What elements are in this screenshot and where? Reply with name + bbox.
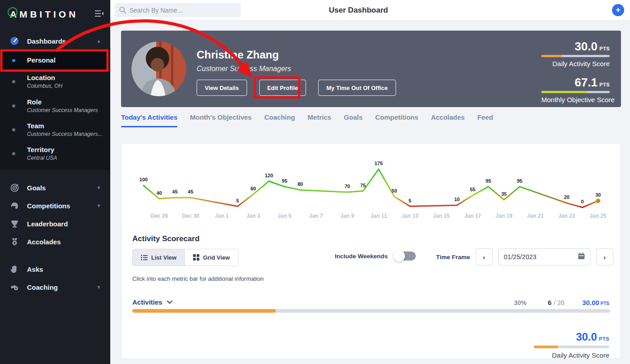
sidebar-item-competitions[interactable]: Competitions ▼ — [0, 197, 110, 214]
dashboards-submenu: Personal Location Columbus, OH Role Cust… — [0, 49, 110, 170]
scorecard-title: Activity Scorecard — [132, 234, 199, 243]
target-icon — [10, 183, 19, 192]
sidebar: AMBITION Dashboards ▲ Personal Location — [0, 0, 110, 364]
page-title: User Dashboard — [110, 0, 607, 21]
footer-score-bar — [534, 346, 609, 348]
time-frame-control: Time Frame ‹ › — [436, 248, 613, 265]
metric-activities-stats: 30% 6 / 20 30.00 PTS — [514, 299, 609, 306]
list-view-button[interactable]: List View — [133, 249, 184, 265]
svg-text:55: 55 — [470, 187, 475, 192]
svg-text:45: 45 — [172, 189, 178, 194]
svg-text:75: 75 — [360, 183, 365, 188]
tab-feed[interactable]: Feed — [477, 113, 493, 127]
daily-score-bar — [541, 55, 610, 57]
tab-coaching[interactable]: Coaching — [264, 113, 295, 127]
sidebar-item-accolades[interactable]: Accolades — [0, 233, 110, 250]
svg-text:Jan 5: Jan 5 — [278, 213, 292, 219]
dashboard-tabs: Today's Activities Month's Objectives Co… — [121, 113, 493, 127]
sidebar-item-role[interactable]: Role Customer Success Managers — [0, 98, 110, 113]
ambition-logo: AMBITION — [8, 9, 78, 20]
profile-name: Christine Zhang — [197, 49, 279, 61]
tab-accolades[interactable]: Accolades — [431, 113, 465, 127]
footer-daily-activity-score: 30.0 PTS Daily Activity Score — [534, 332, 609, 359]
include-weekends-control: Include Weekends — [335, 252, 416, 261]
date-picker[interactable] — [498, 248, 591, 265]
toggle-knob — [393, 250, 405, 262]
svg-text:5: 5 — [409, 198, 411, 203]
sidebar-item-territory[interactable]: Territory Central USA — [0, 146, 110, 161]
tab-metrics[interactable]: Metrics — [308, 113, 332, 127]
activity-trend-chart: 1004045455601209580707517550510559535952… — [132, 160, 611, 221]
sidebar-item-leaderboard[interactable]: Leaderboard — [0, 215, 110, 232]
avatar[interactable] — [131, 41, 186, 96]
svg-text:60: 60 — [251, 186, 256, 191]
sidebar-item-asks[interactable]: Asks — [0, 261, 110, 278]
metric-activities-header[interactable]: Activities — [132, 298, 172, 306]
edit-profile-button[interactable]: Edit Profile — [259, 80, 306, 96]
grid-view-button[interactable]: Grid View — [184, 249, 238, 265]
include-weekends-toggle[interactable] — [394, 252, 416, 261]
list-icon — [141, 255, 148, 261]
chevron-down-icon — [167, 301, 172, 304]
add-button[interactable]: + — [612, 4, 624, 16]
svg-text:30: 30 — [595, 192, 601, 198]
next-day-button[interactable]: › — [596, 248, 613, 265]
svg-text:95: 95 — [282, 178, 287, 184]
chevron-up-icon: ▲ — [96, 38, 101, 44]
plus-icon: + — [616, 5, 621, 15]
chevron-down-icon: ▼ — [96, 185, 101, 190]
metric-points: 30.00 — [582, 299, 599, 306]
tab-todays-activities[interactable]: Today's Activities — [121, 113, 177, 127]
svg-text:Jan 17: Jan 17 — [464, 213, 482, 219]
chevron-left-icon: ‹ — [483, 253, 485, 261]
svg-text:35: 35 — [501, 191, 507, 197]
sidebar-item-location[interactable]: Location Columbus, OH — [0, 74, 110, 89]
sidebar-collapse-icon[interactable] — [95, 10, 104, 19]
grid-icon — [193, 254, 199, 261]
date-input[interactable] — [504, 253, 572, 261]
bullet-icon — [12, 104, 15, 108]
sidebar-item-personal[interactable]: Personal — [0, 50, 110, 70]
metric-name: Activities — [132, 298, 162, 306]
include-weekends-label: Include Weekends — [335, 253, 388, 260]
sidebar-item-goals[interactable]: Goals ▼ — [0, 179, 110, 196]
sidebar-item-dashboards[interactable]: Dashboards ▲ — [0, 32, 110, 49]
metric-activities-bar[interactable] — [132, 309, 610, 313]
bullet-icon — [12, 59, 15, 62]
svg-text:Jan 21: Jan 21 — [527, 213, 544, 219]
topbar: User Dashboard + — [110, 0, 630, 21]
time-frame-label: Time Frame — [436, 254, 470, 261]
svg-text:70: 70 — [345, 184, 350, 189]
sidebar-item-team[interactable]: Team Customer Success Managers... — [0, 122, 110, 137]
view-details-button[interactable]: View Details — [197, 80, 247, 96]
hand-icon — [10, 265, 19, 274]
chevron-down-icon: ▼ — [96, 203, 101, 208]
svg-text:Jan 19: Jan 19 — [495, 213, 513, 219]
svg-text:45: 45 — [188, 189, 193, 194]
time-out-of-office-button[interactable]: My Time Out Of Office — [318, 80, 396, 96]
svg-text:Jan 7: Jan 7 — [309, 213, 323, 219]
svg-text:5: 5 — [236, 198, 239, 203]
bullet-icon — [12, 128, 15, 131]
dashboards-gauge-icon — [10, 36, 19, 45]
trophy-icon — [10, 219, 19, 228]
tab-competitions[interactable]: Competitions — [375, 113, 418, 127]
whistle-icon — [10, 283, 19, 292]
svg-text:Jan 23: Jan 23 — [558, 213, 576, 219]
monthly-objective-score: 67.1 PTS Monthly Objective Score — [541, 76, 610, 103]
calendar-icon[interactable] — [578, 252, 585, 261]
svg-text:20: 20 — [564, 194, 569, 200]
svg-text:Dec 28: Dec 28 — [150, 213, 168, 219]
tab-goals[interactable]: Goals — [344, 113, 363, 127]
medal-icon — [10, 237, 19, 246]
metric-percent: 30% — [514, 299, 526, 306]
prev-day-button[interactable]: ‹ — [476, 248, 493, 265]
svg-text:Jan 15: Jan 15 — [433, 213, 450, 219]
bullet-icon — [12, 80, 15, 83]
logo-ring-icon — [8, 7, 18, 17]
tab-months-objectives[interactable]: Month's Objectives — [190, 113, 252, 127]
chevron-right-icon: › — [603, 253, 606, 261]
sidebar-item-coaching[interactable]: Coaching ▼ — [0, 279, 110, 296]
personal-label: Personal — [27, 56, 55, 64]
svg-text:175: 175 — [374, 161, 382, 166]
